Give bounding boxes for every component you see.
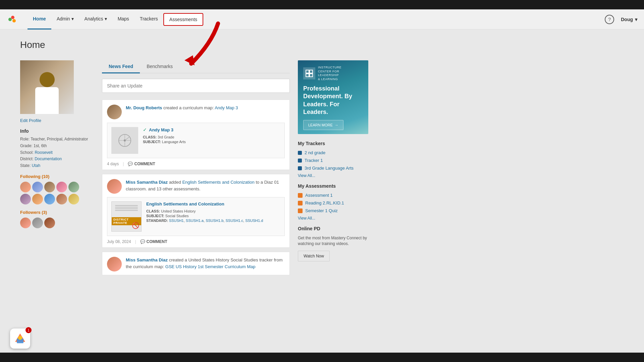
tracker-item[interactable]: 2 nd grade [298,150,372,155]
assessment-item[interactable]: Semester 1 Quiz [298,208,372,213]
tab-benchmarks[interactable]: Benchmarks [140,60,179,73]
follower-avatar[interactable] [56,182,67,192]
map-name[interactable]: Andy Map 3 [149,127,173,132]
svg-rect-10 [310,70,313,73]
followers-section: Followers (3) [20,210,94,228]
map-thumbnail [111,127,138,154]
nav-item-maps[interactable]: Maps [112,9,135,29]
assessments-section-title: My Assessments [298,183,372,189]
tracker-item[interactable]: 3rd Grade Language Arts [298,166,372,171]
curriculum-map-link[interactable]: GSE US History 1st Semester Curriculum M… [165,264,256,269]
floating-app-icon[interactable]: 1 [10,328,30,349]
nav-item-home[interactable]: Home [28,9,51,29]
svg-line-8 [125,137,129,140]
tracker-item[interactable]: Tracker 1 [298,158,372,163]
right-panel: INSTRUCTURECENTER FORLEADERSHIP& LEARNIN… [298,60,372,279]
follower-avatar[interactable] [20,218,31,228]
profile-panel: Edit Profile Info Role: Teacher, Princip… [20,60,94,279]
tracker-dot [298,166,302,170]
followers-title[interactable]: Followers (3) [20,210,94,215]
follower-avatar[interactable] [44,182,55,192]
profile-avatar [20,60,74,114]
assessment-icon [298,201,303,205]
assessment-item[interactable]: Reading 2.RL.KID.1 [298,200,372,205]
time-ago: 4 days [107,162,119,166]
ad-headline: Professional Development. By Leaders. Fo… [303,85,363,116]
user-name-link[interactable]: Mr. Doug Roberts [126,105,162,110]
curriculum-link[interactable]: English Settlements and Colonization [182,180,254,185]
avatar-image [20,60,74,114]
logo-icon [7,14,17,25]
feed-footer: July 08, 2024 | 💬 COMMENT [102,236,289,247]
nav-right: ? Doug ▾ [605,15,637,24]
online-pd-description: Get the most from Mastery Connect by wat… [298,235,372,247]
tracker-dot [298,151,302,155]
follower-avatar[interactable] [20,182,31,192]
follower-avatar[interactable] [68,194,79,204]
svg-rect-9 [306,70,309,73]
nav-logo[interactable] [7,14,17,25]
curriculum-preview: DISTRICT PRIVATE 🚫 English Settlements a… [107,197,285,236]
state-link[interactable]: Utah [32,163,40,168]
info-section: Info Role: Teacher, Principal, Administr… [20,128,94,169]
assessments-view-all[interactable]: View All... [298,216,372,221]
follower-avatar[interactable] [44,194,55,204]
role-info: Role: Teacher, Principal, Administrator [20,136,94,142]
svg-point-0 [8,18,12,21]
district-link[interactable]: Documentation [35,157,62,161]
assessment-icon [298,193,303,198]
map-link[interactable]: Andy Map 3 [215,105,238,110]
assessment-icon [298,208,303,213]
follower-avatar[interactable] [32,218,43,228]
follower-avatar[interactable] [32,194,43,204]
svg-point-1 [11,16,14,19]
trackers-view-all[interactable]: View All... [298,173,372,178]
info-title: Info [20,128,94,134]
user-menu[interactable]: Doug ▾ [621,17,637,22]
trackers-section-title: My Trackers [298,141,372,146]
assessment-item[interactable]: Assessment 1 [298,193,372,198]
svg-point-15 [18,336,22,340]
nav-item-admin[interactable]: Admin ▾ [51,9,79,29]
help-button[interactable]: ? [605,15,614,24]
ad-banner: INSTRUCTURECENTER FORLEADERSHIP& LEARNIN… [298,60,368,134]
curriculum-thumbnail: DISTRICT PRIVATE 🚫 [111,201,142,232]
content-area: Edit Profile Info Role: Teacher, Princip… [20,60,624,279]
comment-button[interactable]: 💬 COMMENT [140,239,167,244]
follower-avatar[interactable] [56,194,67,204]
follower-avatar[interactable] [44,218,55,228]
user-name-link[interactable]: Miss Samantha Diaz [126,180,168,185]
doc-lines [115,205,138,212]
following-title[interactable]: Following (10) [20,174,94,179]
nav-item-assessments[interactable]: Assessments [163,13,203,26]
tracker-dot [298,159,302,163]
curriculum-name-link[interactable]: English Settlements and Colonization [146,201,224,206]
learn-more-button[interactable]: LEARN MORE → [303,120,343,130]
feed-text: Miss Samantha Diaz added English Settlem… [126,179,285,194]
following-section: Following (10) [20,174,94,204]
tab-news-feed[interactable]: News Feed [102,60,140,73]
main-nav: Home Admin ▾ Analytics ▾ Maps Trackers A… [0,9,644,29]
following-avatars [20,182,80,204]
nav-item-analytics[interactable]: Analytics ▾ [79,9,112,29]
follower-avatar[interactable] [32,182,43,192]
map-info: ✓ Andy Map 3 CLASS: 3rd Grade SUBJECT: L… [143,127,280,154]
nav-item-trackers[interactable]: Trackers [135,9,163,29]
feed-item-header: Miss Samantha Diaz added English Settlem… [102,174,289,197]
follower-avatar[interactable] [20,194,31,204]
curriculum-title-row: English Settlements and Colonization [146,201,280,206]
share-input[interactable] [102,79,290,93]
watch-now-button[interactable]: Watch Now [298,251,330,261]
comment-button[interactable]: 💬 COMMENT [128,162,155,166]
school-info: School: Roosevelt [20,150,94,156]
school-link[interactable]: Roosevelt [35,150,52,155]
svg-rect-11 [306,74,309,77]
ad-logo: INSTRUCTURECENTER FORLEADERSHIP& LEARNIN… [303,66,363,81]
edit-profile-link[interactable]: Edit Profile [20,118,94,123]
map-title-row: ✓ Andy Map 3 [143,127,280,132]
follower-avatar[interactable] [68,182,79,192]
user-name-link[interactable]: Miss Samantha Diaz [126,257,168,262]
feed-tabs: News Feed Benchmarks [102,60,290,73]
avatar [107,179,122,194]
comment-icon: 💬 [140,239,145,244]
